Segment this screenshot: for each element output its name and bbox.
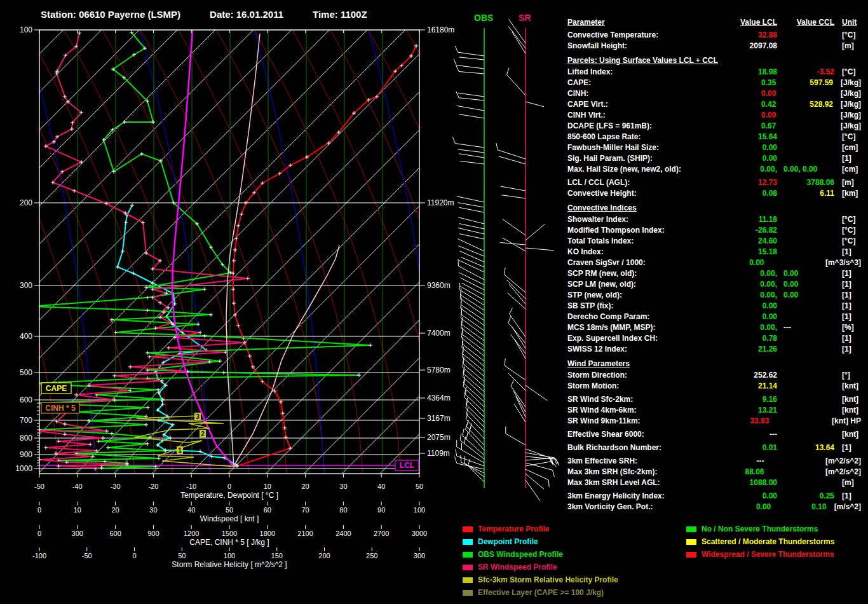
value-lcl: --- xyxy=(697,456,764,467)
axis-tick-label: 0 xyxy=(37,530,41,537)
legend-item-profile: Temperature Profile xyxy=(463,525,549,533)
value-lcl: 21.14 xyxy=(706,381,777,392)
param-label: Total Totals Index: xyxy=(567,236,706,247)
parameter-table-header: Parameter Value LCL Value CCL Unit xyxy=(567,17,861,30)
param-label: 850-600 Lapse Rate: xyxy=(567,132,706,142)
value-lcl: -26.82 xyxy=(706,225,777,236)
axis-tick-label: 0 xyxy=(132,552,136,559)
unit-label: [°C] xyxy=(834,225,855,236)
axis-tick-label: 50 xyxy=(226,506,233,514)
axis-title: Storm Relative Helicity [ m^2/s^2 ] xyxy=(172,560,287,569)
unit-label: [°] xyxy=(834,370,850,381)
axis-tick-label: 3000 xyxy=(412,530,427,537)
table-row: KO Index:15.18[1] xyxy=(567,247,861,257)
value-lcl: 0.01 xyxy=(706,443,777,453)
value-lcl: 0.78 xyxy=(706,333,777,344)
param-label: SR Wind Sfc-2km: xyxy=(567,394,706,405)
skewt-chart: 123100200300400500600700800900100016180m… xyxy=(0,0,559,604)
table-row: Sig. Hail Param. (SHIP):0.00[1] xyxy=(567,153,861,164)
legend-swatch-icon xyxy=(686,539,696,545)
legend-label: Sfc-3km Storm Relative Helicity Profile xyxy=(478,575,618,584)
height-label: 2075m xyxy=(427,433,451,442)
table-section-title: Wind Parameters xyxy=(567,355,861,370)
table-row: Convective Temperature:32.88[°C] xyxy=(567,30,861,41)
unit-label: [km] xyxy=(834,188,858,199)
param-label: Sig. Hail Param. (SHIP): xyxy=(567,153,706,164)
param-label: SR Wind 9km-11km: xyxy=(567,416,701,427)
legend-item-profile: SR Windspeed Profile xyxy=(463,563,557,572)
table-row: Derecho Comp Param:0.00[1] xyxy=(567,312,861,322)
table-row: Max. Hail Size (new, new2, old):0.00,0.0… xyxy=(567,164,861,175)
axis-tick-label: 50 xyxy=(178,552,186,559)
table-section-title: Convective Indices xyxy=(567,199,861,214)
value-lcl: 15.64 xyxy=(706,132,777,142)
table-row: Exp. Supercell Index CH:0.78[1] xyxy=(567,333,861,344)
value-lcl: 0.00, xyxy=(706,290,777,301)
axis-tick-label: 60 xyxy=(264,506,271,514)
param-label: Storm Motion: xyxy=(567,381,706,392)
axis-tick-label: 30 xyxy=(149,506,157,514)
legend-swatch-icon xyxy=(463,552,473,558)
value-lcl: 0.08 xyxy=(706,188,777,199)
axis-tick-label: 250 xyxy=(366,552,377,559)
unit-label: [1] xyxy=(834,344,851,355)
axis-tick-label: 0 xyxy=(37,506,41,514)
unit-label: [1] xyxy=(834,333,851,344)
value-lcl: 0.00, xyxy=(706,279,777,290)
legend-swatch-icon xyxy=(686,552,696,558)
unit-label: [m] xyxy=(834,177,854,188)
obs-wind-barbs xyxy=(452,46,484,482)
height-label: 5780m xyxy=(427,366,451,374)
axis-tick-label: 150 xyxy=(271,552,283,559)
table-row: SR Wind 9km-11km:33.93[knt] HP xyxy=(567,416,861,427)
legend-swatch-icon xyxy=(686,526,696,532)
legend-item-severity: Scattered / Moderate Thunderstorms xyxy=(686,537,834,546)
unit-label: [J/kg] xyxy=(833,78,861,88)
value-lcl: 252.62 xyxy=(706,370,777,381)
value-lcl: --- xyxy=(706,429,777,440)
height-label: 7400m xyxy=(427,329,451,338)
value-lcl: 0.67 xyxy=(705,121,776,132)
axis-tick-label: -10 xyxy=(186,483,196,490)
unit-label: [cm] xyxy=(834,142,858,153)
param-label: SWISS 12 Index: xyxy=(567,344,706,355)
height-label: 9360m xyxy=(427,281,451,290)
axis-tick-label: 90 xyxy=(377,506,385,514)
table-row: 3km Energy Helicity Index:0.000.25[1] xyxy=(567,491,861,502)
param-label: MCS 18m/s (MMP, MSP): xyxy=(567,322,706,333)
unit-label: [°C] xyxy=(834,214,855,225)
unit-label: [1] xyxy=(834,247,851,257)
axis-tick-label: 10 xyxy=(74,506,81,514)
value-lcl: 32.88 xyxy=(706,30,777,41)
unit-label: [knt] xyxy=(834,381,858,392)
table-row: SB STP (fix):0.00[1] xyxy=(567,301,861,312)
param-label: Snowfall Height: xyxy=(567,41,706,51)
param-label: Storm Direction: xyxy=(567,370,706,381)
param-label: STP (new, old): xyxy=(567,290,706,301)
param-label: 3km Energy Helicity Index: xyxy=(567,491,706,502)
pressure-label: 600 xyxy=(20,395,32,404)
value-lcl: 21.26 xyxy=(706,344,777,355)
parameter-rows: Convective Temperature:32.88[°C]Snowfall… xyxy=(567,30,861,512)
param-label: DCAPE (LFS = 961mB): xyxy=(567,121,705,132)
param-label: Max. Hail Size (new, new2, old): xyxy=(567,164,706,175)
unit-label: [m^2/s^2] xyxy=(818,467,861,477)
value-lcl: 0.00, xyxy=(706,164,777,175)
value-lcl: 18.98 xyxy=(706,67,777,78)
axis-tick-label: 40 xyxy=(187,506,195,514)
unit-label: [1] xyxy=(834,443,851,453)
axis-title: Temperature, Dewpoint [ °C ] xyxy=(180,491,278,500)
value-lcl: 11.18 xyxy=(706,214,777,225)
param-label: Convective Temperature: xyxy=(567,30,706,41)
axis-tick-label: 80 xyxy=(339,506,347,514)
sr-wind-barbs xyxy=(496,19,559,500)
axis-tick-label: 600 xyxy=(109,530,121,537)
legend-label: No / Non Severe Thunderstorms xyxy=(702,525,818,533)
obs-column-label: OBS xyxy=(474,13,493,23)
value-ccl: 0.00 xyxy=(777,268,834,279)
axis-tick-label: 100 xyxy=(414,506,425,514)
unit-label: [m^2/s^2] xyxy=(818,456,861,467)
axis-tick-label: 100 xyxy=(224,552,235,559)
table-row: Storm Direction:252.62[°] xyxy=(567,370,861,381)
unit-label: [m] xyxy=(834,41,854,51)
